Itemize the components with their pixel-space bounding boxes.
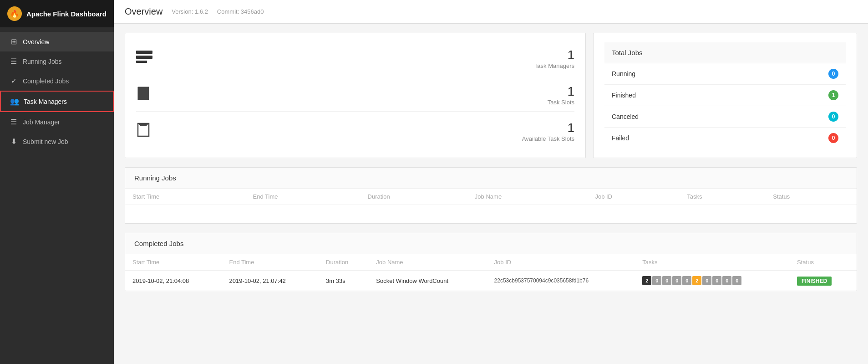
stat-task-slots-label: Task Slots <box>548 99 574 106</box>
available-slots-icon <box>136 123 159 140</box>
cell-tasks: 2000020000 <box>635 271 790 291</box>
task-badge-6: 0 <box>702 276 711 285</box>
sidebar-item-completed-jobs[interactable]: ✓ Completed Jobs <box>0 71 114 91</box>
running-jobs-section: Running Jobs Start Time End Time Duratio… <box>125 167 857 224</box>
stat-task-managers-label: Task Managers <box>534 62 574 69</box>
job-summary-finished-label: Finished <box>612 92 828 99</box>
job-manager-icon: ☰ <box>9 118 18 126</box>
table-row[interactable]: 2019-10-02, 21:04:08 2019-10-02, 21:07:4… <box>125 271 857 291</box>
task-badge-7: 0 <box>712 276 721 285</box>
completed-jobs-icon: ✓ <box>9 77 18 85</box>
stat-available-slots-value-label: 1 Available Task Slots <box>522 121 574 142</box>
task-slots-stat-icon <box>136 86 159 104</box>
completed-jobs-table: Start Time End Time Duration Job Name Jo… <box>125 254 857 291</box>
task-managers-icon: 👥 <box>10 97 19 106</box>
job-summary-failed-label: Failed <box>612 134 828 142</box>
running-col-end-time: End Time <box>246 189 360 205</box>
sidebar-item-submit-job-label: Submit new Job <box>23 138 68 145</box>
task-badge-9: 0 <box>732 276 741 285</box>
main-content: Overview Version: 1.6.2 Commit: 3456ad0 <box>114 0 868 364</box>
stats-row: 1 Task Managers 1 Task Slots <box>125 33 857 158</box>
sidebar-item-running-jobs-label: Running Jobs <box>23 58 62 65</box>
job-summary-canceled: Canceled 0 <box>604 106 846 128</box>
completed-jobs-section: Completed Jobs Start Time End Time Durat… <box>125 233 857 291</box>
running-col-tasks: Tasks <box>680 189 766 205</box>
running-badge: 0 <box>828 69 838 79</box>
status-badge: FINISHED <box>797 277 832 286</box>
stat-task-slots-value: 1 <box>548 84 574 99</box>
running-col-job-id: Job ID <box>588 189 680 205</box>
task-badge-0: 2 <box>642 276 651 285</box>
page-title: Overview <box>125 6 162 17</box>
canceled-badge: 0 <box>828 112 838 122</box>
content-area: 1 Task Managers 1 Task Slots <box>114 24 868 364</box>
sidebar-item-task-managers[interactable]: 👥 Task Managers <box>0 91 114 112</box>
sidebar-item-overview[interactable]: ⊞ Overview <box>0 32 114 51</box>
sidebar-item-job-manager-label: Job Manager <box>23 118 60 126</box>
sidebar-header: 🔥 Apache Flink Dashboard <box>0 0 114 27</box>
app-logo: 🔥 <box>7 6 22 21</box>
task-managers-stat-icon <box>136 51 159 67</box>
failed-badge: 0 <box>828 133 838 143</box>
finished-badge: 1 <box>828 90 838 100</box>
topbar: Overview Version: 1.6.2 Commit: 3456ad0 <box>114 0 868 24</box>
stat-available-slots-value: 1 <box>522 121 574 135</box>
task-badge-4: 0 <box>682 276 691 285</box>
sidebar: 🔥 Apache Flink Dashboard ⊞ Overview ☰ Ru… <box>0 0 114 364</box>
stats-card-left: 1 Task Managers 1 Task Slots <box>125 33 586 158</box>
job-summary-title: Total Jobs <box>604 42 846 63</box>
running-jobs-empty <box>125 205 857 224</box>
overview-icon: ⊞ <box>9 37 18 46</box>
sidebar-item-task-managers-label: Task Managers <box>24 98 67 105</box>
cell-duration: 3m 33s <box>319 271 369 291</box>
running-jobs-icon: ☰ <box>9 57 18 66</box>
completed-col-start-time: Start Time <box>125 254 222 271</box>
job-summary-card: Total Jobs Running 0 Finished 1 Canceled… <box>593 33 857 158</box>
completed-col-job-name: Job Name <box>369 254 487 271</box>
commit-info: Commit: 3456ad0 <box>217 8 264 15</box>
task-badge-2: 0 <box>662 276 671 285</box>
job-summary-canceled-label: Canceled <box>612 113 828 120</box>
job-summary-running: Running 0 <box>604 63 846 85</box>
submit-job-icon: ⬇ <box>9 137 18 146</box>
svg-rect-1 <box>136 56 152 59</box>
stat-task-managers: 1 Task Managers <box>136 42 574 75</box>
stat-task-managers-value-label: 1 Task Managers <box>534 48 574 69</box>
running-col-job-name: Job Name <box>467 189 588 205</box>
completed-jobs-title: Completed Jobs <box>125 233 857 254</box>
job-summary-failed: Failed 0 <box>604 128 846 149</box>
app-title: Apache Flink Dashboard <box>26 10 107 18</box>
running-jobs-table: Start Time End Time Duration Job Name Jo… <box>125 189 857 223</box>
task-badge-8: 0 <box>722 276 731 285</box>
stat-task-slots: 1 Task Slots <box>136 79 574 112</box>
cell-start-time: 2019-10-02, 21:04:08 <box>125 271 222 291</box>
running-col-duration: Duration <box>360 189 467 205</box>
sidebar-item-overview-label: Overview <box>23 38 49 46</box>
completed-col-duration: Duration <box>319 254 369 271</box>
completed-col-end-time: End Time <box>222 254 319 271</box>
svg-rect-0 <box>136 51 152 54</box>
completed-col-tasks: Tasks <box>635 254 790 271</box>
sidebar-item-job-manager[interactable]: ☰ Job Manager <box>0 112 114 132</box>
completed-col-job-id: Job ID <box>487 254 635 271</box>
cell-end-time: 2019-10-02, 21:07:42 <box>222 271 319 291</box>
task-badge-1: 0 <box>652 276 661 285</box>
sidebar-item-completed-jobs-label: Completed Jobs <box>23 77 69 85</box>
sidebar-item-submit-job[interactable]: ⬇ Submit new Job <box>0 132 114 151</box>
svg-rect-2 <box>136 61 147 63</box>
task-badge-3: 0 <box>672 276 681 285</box>
job-summary-running-label: Running <box>612 70 828 77</box>
running-jobs-title: Running Jobs <box>125 168 857 189</box>
sidebar-item-running-jobs[interactable]: ☰ Running Jobs <box>0 51 114 71</box>
cell-status: FINISHED <box>790 271 857 291</box>
running-col-status: Status <box>766 189 857 205</box>
stat-available-slots-label: Available Task Slots <box>522 135 574 142</box>
task-badge-5: 2 <box>692 276 701 285</box>
stat-available-task-slots: 1 Available Task Slots <box>136 115 574 148</box>
completed-col-status: Status <box>790 254 857 271</box>
job-summary-finished: Finished 1 <box>604 85 846 106</box>
stat-task-slots-value-label: 1 Task Slots <box>548 84 574 106</box>
cell-job-name: Socket Window WordCount <box>369 271 487 291</box>
stat-task-managers-value: 1 <box>534 48 574 62</box>
running-col-start-time: Start Time <box>125 189 246 205</box>
